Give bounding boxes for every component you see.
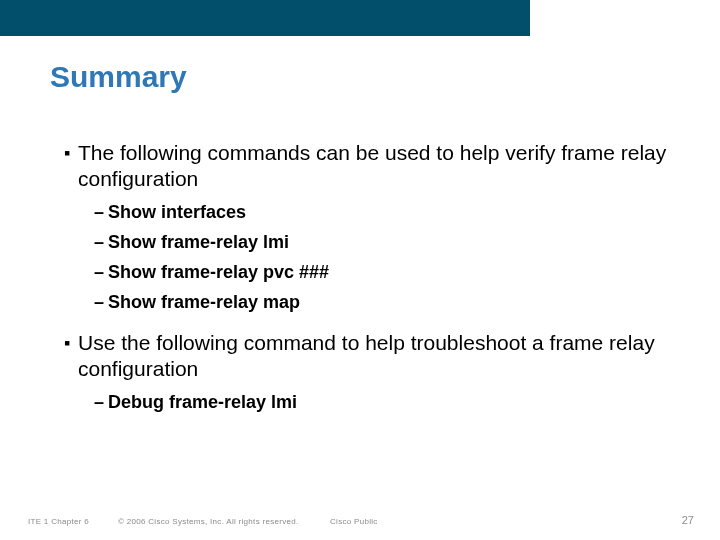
dash-bullet-icon: – <box>94 390 108 414</box>
header-bar <box>0 0 720 36</box>
footer-public: Cisco Public <box>330 517 378 526</box>
dash-bullet-icon: – <box>94 260 108 284</box>
dash-bullet-icon: – <box>94 230 108 254</box>
bullet-level2: – Show interfaces <box>94 200 670 224</box>
bullet-level2: – Debug frame-relay lmi <box>94 390 670 414</box>
bullet-level1: ▪ The following commands can be used to … <box>64 140 670 192</box>
footer-copyright: © 2006 Cisco Systems, Inc. All rights re… <box>118 517 299 526</box>
subbullet-text: Debug frame-relay lmi <box>108 390 670 414</box>
content-area: ▪ The following commands can be used to … <box>64 140 670 430</box>
subbullet-group: – Debug frame-relay lmi <box>94 390 670 414</box>
dash-bullet-icon: – <box>94 200 108 224</box>
bullet-level2: – Show frame-relay pvc ### <box>94 260 670 284</box>
subbullet-group: – Show interfaces – Show frame-relay lmi… <box>94 200 670 314</box>
bullet-text: The following commands can be used to he… <box>78 140 670 192</box>
square-bullet-icon: ▪ <box>64 140 78 166</box>
page-number: 27 <box>682 514 694 526</box>
bullet-text: Use the following command to help troubl… <box>78 330 670 382</box>
bullet-level1: ▪ Use the following command to help trou… <box>64 330 670 382</box>
dash-bullet-icon: – <box>94 290 108 314</box>
footer-left: ITE 1 Chapter 6 <box>28 517 89 526</box>
footer: ITE 1 Chapter 6 © 2006 Cisco Systems, In… <box>0 510 720 526</box>
subbullet-text: Show interfaces <box>108 200 670 224</box>
bullet-level2: – Show frame-relay map <box>94 290 670 314</box>
page-title: Summary <box>50 60 187 94</box>
subbullet-text: Show frame-relay map <box>108 290 670 314</box>
subbullet-text: Show frame-relay pvc ### <box>108 260 670 284</box>
slide: Summary ▪ The following commands can be … <box>0 0 720 540</box>
square-bullet-icon: ▪ <box>64 330 78 356</box>
bullet-level2: – Show frame-relay lmi <box>94 230 670 254</box>
subbullet-text: Show frame-relay lmi <box>108 230 670 254</box>
